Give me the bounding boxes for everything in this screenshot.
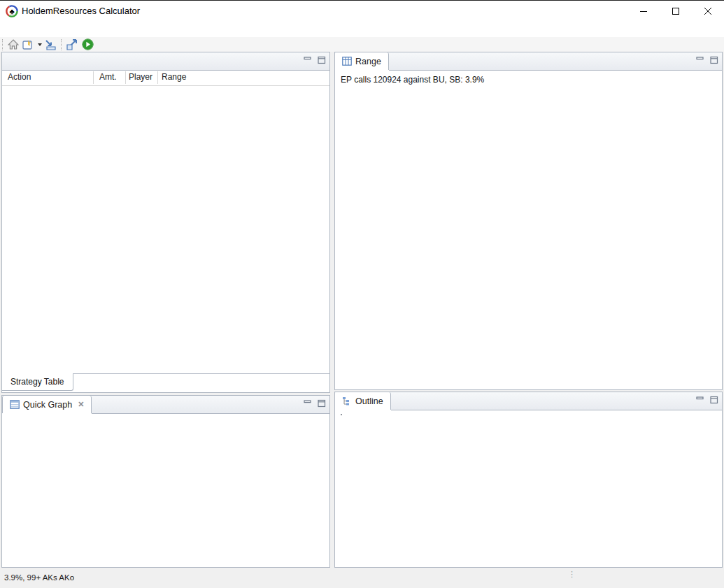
range-panel: Range EP calls 120924 against BU, SB: 3.… <box>334 52 723 390</box>
run-icon[interactable] <box>80 38 95 51</box>
column-header-action[interactable]: Action <box>8 72 31 82</box>
tree-header: Action Amt. Player Range <box>2 70 329 86</box>
panel-maximize-icon[interactable] <box>318 399 326 408</box>
panel-minimize-icon[interactable] <box>696 396 705 404</box>
status-grip[interactable]: ⋮ <box>568 572 576 576</box>
title-bar: ♣ HoldemResources Calculator <box>0 0 724 22</box>
tab-outline[interactable]: Outline <box>335 392 391 410</box>
new-hand-icon[interactable] <box>21 38 35 51</box>
table-icon <box>342 57 352 66</box>
export-icon[interactable] <box>64 38 80 51</box>
outline-panel: Outline <box>334 392 723 568</box>
chevron-down-icon <box>38 43 42 46</box>
range-header: EP calls 120924 against BU, SB: 3.9% <box>341 75 484 85</box>
new-hand-dropdown[interactable] <box>35 38 43 51</box>
graph-icon <box>10 400 20 409</box>
tab-strategy-table[interactable]: Strategy Table <box>2 373 73 391</box>
tree-rows <box>2 85 329 374</box>
panel-minimize-icon[interactable] <box>304 56 313 64</box>
outline-tab-bar: Outline <box>335 392 722 410</box>
range-matrix-clipped-row <box>341 52 721 56</box>
editor-tab-bar <box>2 52 329 71</box>
outline-table <box>341 414 342 415</box>
hand-tree-panel: Action Amt. Player Range Strategy Table <box>1 52 330 393</box>
window-close-button[interactable] <box>692 1 724 22</box>
close-icon[interactable]: ✕ <box>78 400 84 409</box>
status-text: 3.9%, 99+ AKs AKo <box>4 573 74 582</box>
column-header-amt[interactable]: Amt. <box>99 72 117 82</box>
app-icon: ♣ <box>6 5 18 17</box>
column-header-player[interactable]: Player <box>129 72 152 82</box>
window-title: HoldemResources Calculator <box>22 6 140 16</box>
tab-quick-graph[interactable]: Quick Graph ✕ <box>2 396 92 413</box>
toolbar <box>0 37 724 52</box>
status-bar: 3.9%, 99+ AKs AKo ⋮ <box>0 569 724 588</box>
tab-range[interactable]: Range <box>335 52 389 70</box>
outline-icon <box>342 396 352 406</box>
home-icon[interactable] <box>6 38 21 51</box>
panel-minimize-icon[interactable] <box>696 56 705 64</box>
panel-maximize-icon[interactable] <box>318 56 326 64</box>
bottom-tab-strip: Strategy Table <box>2 373 329 392</box>
column-header-range[interactable]: Range <box>162 72 186 82</box>
quick-graph-chart <box>2 413 329 567</box>
import-icon[interactable] <box>43 38 59 51</box>
quick-graph-panel: Quick Graph ✕ <box>1 395 330 568</box>
window-minimize-button[interactable] <box>627 1 660 22</box>
panel-maximize-icon[interactable] <box>710 396 718 404</box>
svg-text:♣: ♣ <box>9 7 14 15</box>
menu-bar <box>0 21 724 37</box>
window-maximize-button[interactable] <box>660 1 692 22</box>
toolbar-separator <box>2 39 3 50</box>
toolbar-separator <box>61 39 62 50</box>
panel-maximize-icon[interactable] <box>710 56 718 64</box>
panel-minimize-icon[interactable] <box>304 399 313 408</box>
quick-graph-tab-bar: Quick Graph ✕ <box>2 396 329 414</box>
